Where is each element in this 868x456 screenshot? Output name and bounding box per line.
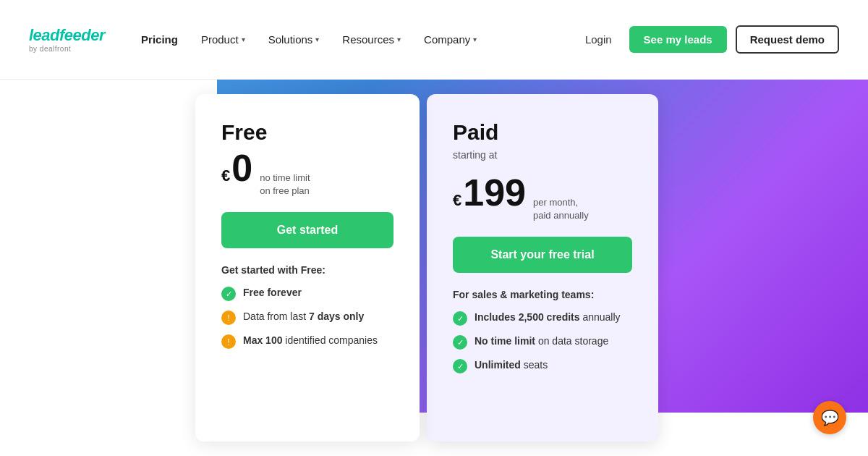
paid-currency: €: [453, 191, 461, 210]
nav-pricing[interactable]: Pricing: [141, 33, 178, 46]
nav-resources[interactable]: Resources ▾: [342, 33, 401, 46]
request-demo-button[interactable]: Request demo: [736, 25, 839, 54]
paid-feature-3: ✓ Unlimited seats: [453, 358, 632, 373]
logo-sub: by dealfront: [29, 45, 71, 53]
paid-price-note: per month, paid annually: [533, 196, 589, 222]
chat-bubble-button[interactable]: 💬: [813, 401, 846, 434]
see-my-leads-button[interactable]: See my leads: [629, 26, 727, 53]
chat-icon: 💬: [821, 409, 839, 426]
pricing-cards: Free € 0 no time limit on free plan Get …: [195, 94, 673, 442]
free-price-note: no time limit on free plan: [260, 172, 310, 198]
free-plan-card: Free € 0 no time limit on free plan Get …: [195, 94, 420, 442]
login-button[interactable]: Login: [576, 28, 621, 51]
paid-price-row: € 199 per month, paid annually: [453, 174, 632, 222]
resources-chevron-icon: ▾: [397, 35, 401, 43]
paid-feature-2: ✓ No time limit on data storage: [453, 334, 632, 350]
content-area: Free € 0 no time limit on free plan Get …: [0, 80, 868, 456]
paid-checkmark-icon-2: ✓: [453, 335, 467, 350]
nav-company[interactable]: Company ▾: [424, 33, 477, 46]
paid-price: 199: [463, 174, 526, 211]
paid-features-label: For sales & marketing teams:: [453, 289, 632, 300]
warning-icon-2: !: [221, 334, 236, 349]
navbar: leadfeeder by dealfront Pricing Product …: [0, 0, 868, 80]
free-cta-button[interactable]: Get started: [221, 212, 393, 248]
paid-plan-title: Paid: [453, 120, 632, 145]
product-chevron-icon: ▾: [242, 35, 245, 43]
nav-links: Pricing Product ▾ Solutions ▾ Resources …: [141, 33, 576, 46]
nav-solutions[interactable]: Solutions ▾: [268, 33, 320, 46]
free-feature-1: ✓ Free forever: [221, 286, 393, 301]
free-price-row: € 0 no time limit on free plan: [221, 149, 393, 198]
paid-plan-subtitle: starting at: [453, 149, 632, 161]
solutions-chevron-icon: ▾: [315, 35, 319, 43]
paid-cta-button[interactable]: Start your free trial: [453, 237, 632, 273]
logo: leadfeeder by dealfront: [29, 26, 105, 53]
company-chevron-icon: ▾: [473, 35, 477, 43]
checkmark-icon: ✓: [221, 287, 236, 301]
free-features-label: Get started with Free:: [221, 264, 393, 276]
logo-text: leadfeeder: [29, 26, 105, 45]
warning-icon: !: [221, 311, 236, 325]
free-feature-2: ! Data from last 7 days only: [221, 310, 393, 325]
free-price: 0: [231, 149, 252, 187]
paid-feature-1: ✓ Includes 2,500 credits annually: [453, 311, 632, 326]
background-white-left: [0, 80, 217, 456]
nav-actions: Login See my leads Request demo: [576, 25, 839, 54]
paid-plan-card: Paid starting at € 199 per month, paid a…: [427, 94, 658, 442]
nav-product[interactable]: Product ▾: [201, 33, 245, 46]
free-currency: €: [221, 166, 230, 185]
free-feature-3: ! Max 100 identified companies: [221, 334, 393, 349]
paid-checkmark-icon-1: ✓: [453, 311, 467, 326]
paid-checkmark-icon-3: ✓: [453, 359, 467, 373]
free-plan-title: Free: [221, 120, 393, 145]
